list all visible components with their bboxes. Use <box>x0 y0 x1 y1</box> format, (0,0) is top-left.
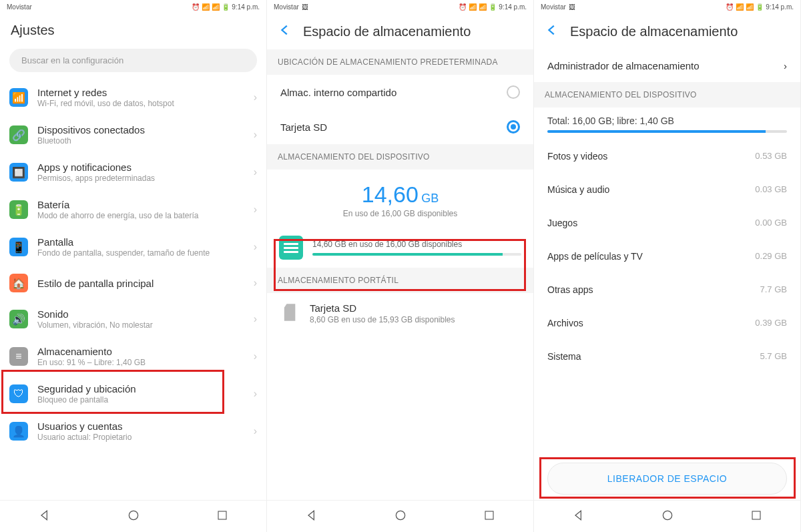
storage-admin-label: Administrador de almacenamiento <box>547 60 700 71</box>
settings-item-sub: Modo de ahorro de energía, uso de la bat… <box>37 211 244 220</box>
settings-item[interactable]: 🔗 Dispositivos conectadosBluetooth › <box>0 116 266 154</box>
nav-back-icon[interactable] <box>38 509 51 525</box>
settings-item-sub: Fondo de pantalla, suspender, tamaño de … <box>37 248 244 258</box>
settings-item[interactable]: 📱 PantallaFondo de pantalla, suspender, … <box>0 228 266 266</box>
settings-item[interactable]: 🔋 BateríaModo de ahorro de energía, uso … <box>0 191 266 228</box>
settings-item[interactable]: ≡ AlmacenamientoEn uso: 91 % – Libre: 1,… <box>0 338 266 375</box>
settings-item-label: Sonido <box>37 308 244 320</box>
nav-back-icon[interactable] <box>305 509 318 525</box>
storage-bar-label: 14,60 GB en uso de 16,00 GB disponibles <box>312 240 521 249</box>
category-size: 0.00 GB <box>755 218 787 228</box>
storage-total-label: Total: 16,00 GB; libre: 1,40 GB <box>534 107 800 130</box>
nav-home-icon[interactable] <box>661 509 674 525</box>
alarm-icon: ⏰ <box>192 3 200 11</box>
settings-item[interactable]: 🛡 Seguridad y ubicaciónBloqueo de pantal… <box>0 375 266 413</box>
settings-item[interactable]: 🏠 Estilo de pantalla principal › <box>0 266 266 300</box>
settings-item-label: Batería <box>37 199 244 210</box>
settings-item-label: Almacenamiento <box>37 346 244 357</box>
option-label: Tarjeta SD <box>280 121 327 133</box>
back-icon[interactable] <box>278 23 292 40</box>
settings-item-icon: 🔲 <box>9 163 28 182</box>
svg-point-2 <box>396 511 405 519</box>
settings-item-label: Estilo de pantalla principal <box>37 278 244 289</box>
nav-recent-icon[interactable] <box>483 509 495 524</box>
storage-category-row[interactable]: Otras apps7.7 GB <box>534 273 800 306</box>
nav-home-icon[interactable] <box>394 509 407 525</box>
category-label: Música y audio <box>547 184 609 195</box>
storage-categories: Fotos y videos0.53 GBMúsica y audio0.03 … <box>534 140 800 373</box>
storage-used-unit: GB <box>421 192 439 205</box>
storage-total-bar <box>547 130 787 133</box>
storage-bar-row[interactable]: 14,60 GB en uso de 16,00 GB disponibles <box>267 228 533 268</box>
settings-item-label: Apps y notificaciones <box>37 162 244 173</box>
carrier-label: Movistar <box>541 3 566 11</box>
free-space-button[interactable]: LIBERADOR DE ESPACIO <box>547 463 787 495</box>
settings-item-icon: 🔗 <box>9 125 28 144</box>
storage-used-value: 14,60 <box>362 182 419 207</box>
section-default-location: UBICACIÓN DE ALMACENAMIENTO PREDETERMINA… <box>267 49 533 75</box>
category-size: 0.39 GB <box>755 318 787 328</box>
svg-rect-1 <box>218 511 226 519</box>
option-sd-card[interactable]: Tarjeta SD <box>267 109 533 144</box>
chevron-right-icon: › <box>254 313 257 325</box>
settings-item[interactable]: 🔊 SonidoVolumen, vibración, No molestar … <box>0 300 266 338</box>
sd-sub: 8,60 GB en uso de 15,93 GB disponibles <box>310 315 455 324</box>
settings-item-sub: Bluetooth <box>37 136 244 146</box>
storage-category-row[interactable]: Sistema5.7 GB <box>534 340 800 373</box>
chevron-right-icon: › <box>254 277 257 289</box>
chevron-right-icon: › <box>254 91 257 103</box>
storage-category-row[interactable]: Apps de películas y TV0.29 GB <box>534 240 800 273</box>
settings-item-icon: 🛡 <box>9 384 28 403</box>
storage-summary: 14,60 GB En uso de 16,00 GB disponibles <box>267 170 533 228</box>
phone-screen-storage: Movistar 🖼 ⏰ 📶 📶 🔋 9:14 p.m. Espacio de … <box>267 0 534 532</box>
settings-item[interactable]: 👤 Usuarios y cuentasUsuario actual: Prop… <box>0 413 266 450</box>
svg-point-4 <box>663 511 672 519</box>
nav-bar <box>534 500 800 532</box>
wifi-icon: 📶 <box>736 3 744 11</box>
notif-icon: 🖼 <box>569 3 575 11</box>
settings-item-icon: 👤 <box>9 422 28 441</box>
settings-item-icon: 🏠 <box>9 274 28 292</box>
notif-icon: 🖼 <box>302 3 308 11</box>
storage-category-row[interactable]: Fotos y videos0.53 GB <box>534 140 800 173</box>
page-title: Ajustes <box>11 23 256 38</box>
category-label: Juegos <box>547 218 577 228</box>
option-internal-storage[interactable]: Almac. interno compartido <box>267 75 533 109</box>
sd-card-row[interactable]: Tarjeta SD 8,60 GB en uso de 15,93 GB di… <box>267 293 533 334</box>
nav-bar <box>267 500 533 532</box>
settings-item-label: Dispositivos conectados <box>37 124 244 136</box>
storage-admin-row[interactable]: Administrador de almacenamiento › <box>534 49 800 82</box>
signal-icon: 📶 <box>746 3 754 11</box>
signal-icon: 📶 <box>479 3 487 11</box>
storage-progress-bar <box>312 253 521 256</box>
chevron-right-icon: › <box>254 166 257 178</box>
settings-item[interactable]: 🔲 Apps y notificacionesPermisos, apps pr… <box>0 154 266 191</box>
nav-home-icon[interactable] <box>127 509 140 525</box>
category-size: 5.7 GB <box>760 351 787 362</box>
battery-icon: 🔋 <box>222 3 230 11</box>
nav-back-icon[interactable] <box>572 509 585 525</box>
search-input[interactable]: Buscar en la configuración <box>9 49 257 72</box>
signal-icon: 📶 <box>212 3 220 11</box>
wifi-icon: 📶 <box>469 3 477 11</box>
battery-icon: 🔋 <box>489 3 497 11</box>
header: Espacio de almacenamiento <box>534 13 800 49</box>
battery-icon: 🔋 <box>756 3 764 11</box>
storage-category-row[interactable]: Juegos0.00 GB <box>534 206 800 240</box>
storage-category-row[interactable]: Música y audio0.03 GB <box>534 173 800 206</box>
storage-caption: En uso de 16,00 GB disponibles <box>267 209 533 218</box>
nav-recent-icon[interactable] <box>216 509 228 524</box>
section-device-storage: ALMACENAMIENTO DEL DISPOSITIVO <box>534 82 800 107</box>
section-device-storage: ALMACENAMIENTO DEL DISPOSITIVO <box>267 144 533 170</box>
section-portable-storage: ALMACENAMIENTO PORTÁTIL <box>267 268 533 293</box>
nav-recent-icon[interactable] <box>750 509 762 524</box>
svg-rect-3 <box>485 511 493 519</box>
settings-item[interactable]: 📶 Internet y redesWi-Fi, red móvil, uso … <box>0 79 266 116</box>
settings-item-sub: Volumen, vibración, No molestar <box>37 320 244 330</box>
category-size: 0.03 GB <box>755 184 787 195</box>
sd-card-icon <box>280 302 300 322</box>
back-icon[interactable] <box>545 23 559 40</box>
phone-screen-storage-detail: Movistar 🖼 ⏰ 📶 📶 🔋 9:14 p.m. Espacio de … <box>534 0 801 532</box>
svg-point-0 <box>129 511 138 519</box>
storage-category-row[interactable]: Archivos0.39 GB <box>534 306 800 340</box>
